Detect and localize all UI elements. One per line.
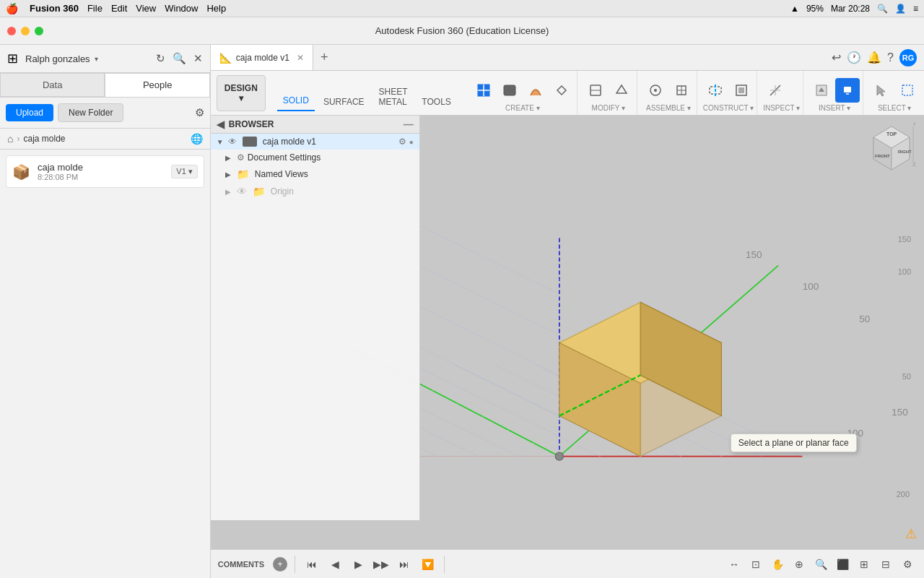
pan-icon[interactable]: ↔ (725, 555, 744, 574)
timeline-start-button[interactable]: ⏮ (302, 555, 321, 574)
battery-label: 95% (806, 4, 824, 14)
inspect-label[interactable]: INSPECT ▾ (763, 104, 800, 115)
create-label[interactable]: CREATE ▾ (471, 104, 574, 115)
origin-eye-icon[interactable]: 👁 (237, 186, 247, 197)
insert-icon-1[interactable] (809, 78, 834, 103)
display-settings-icon[interactable]: ⊟ (876, 555, 895, 574)
refresh-icon[interactable]: ↻ (156, 52, 165, 65)
view-menu[interactable]: View (136, 3, 156, 14)
timeline-filter-button[interactable]: 🔽 (418, 555, 437, 574)
zoom-icon[interactable]: 🔍 (811, 555, 830, 574)
grid-icon[interactable]: ⊞ (7, 51, 18, 66)
timeline-next-button[interactable]: ▶▶ (372, 555, 391, 574)
create-icon-4[interactable] (549, 78, 574, 103)
select-icon-2[interactable] (895, 78, 920, 103)
settings-icon[interactable]: ⚙ (195, 106, 204, 119)
view-cube[interactable]: TOP FRONT RIGHT Y Z (866, 123, 910, 166)
hand-tool-icon[interactable]: ✋ (768, 555, 787, 574)
doc-tab-active[interactable]: 📐 caja molde v1 ✕ (211, 45, 313, 70)
named-views-arrow[interactable]: ▶ (225, 171, 234, 178)
inspect-icon-1[interactable] (763, 78, 788, 103)
clock-label: Mar 20:28 (831, 4, 870, 14)
file-menu[interactable]: File (87, 3, 103, 14)
timeline-prev-button[interactable]: ◀ (326, 555, 344, 574)
apple-logo-icon[interactable]: 🍎 (6, 3, 18, 14)
help-menu[interactable]: Help (206, 3, 226, 14)
tab-people[interactable]: People (105, 73, 209, 97)
file-item[interactable]: 📦 caja molde 8:28:08 PM V1 ▾ (6, 155, 204, 188)
create-icon-3[interactable] (523, 78, 548, 103)
assemble-label[interactable]: ASSEMBLE ▾ (643, 104, 694, 115)
assemble-icon-1[interactable] (643, 78, 668, 103)
doc-tab-close-icon[interactable]: ✕ (297, 53, 304, 63)
user-chevron-icon[interactable]: ▾ (95, 55, 98, 63)
assemble-icon-2[interactable] (669, 78, 694, 103)
modify-icon-2[interactable] (609, 78, 634, 103)
breadcrumb-separator: › (17, 134, 19, 144)
insert-icon-2[interactable] (835, 78, 860, 103)
browser-collapse-icon[interactable]: ◀ (217, 118, 225, 130)
wifi-icon[interactable]: ▲ (790, 4, 799, 14)
home-icon[interactable]: ⌂ (7, 133, 13, 144)
timeline-play-button[interactable]: ▶ (349, 555, 367, 574)
toolbar-tab-surface[interactable]: SURFACE (318, 75, 370, 111)
browser-item-named-views[interactable]: ▶ 📁 Named Views (211, 165, 419, 183)
user-avatar-tab[interactable]: RG (899, 49, 917, 66)
left-panel: ⊞ Ralph gonzales ▾ ↻ 🔍 ✕ Data People Upl… (0, 45, 211, 578)
tab-data[interactable]: Data (0, 73, 105, 97)
window-menu[interactable]: Window (165, 3, 198, 14)
toolbar-tab-solid[interactable]: SOLID (277, 75, 315, 111)
fit-icon[interactable]: ⊡ (746, 555, 765, 574)
modify-icon-1[interactable] (583, 78, 608, 103)
file-version-dropdown[interactable]: V1 ▾ (171, 165, 198, 178)
upload-button[interactable]: Upload (6, 104, 53, 121)
construct-icon-2[interactable] (729, 78, 754, 103)
fullscreen-button[interactable] (35, 27, 43, 35)
root-eye-icon[interactable]: 👁 (228, 137, 240, 147)
edit-menu[interactable]: Edit (111, 3, 127, 14)
select-icon-1[interactable] (869, 78, 894, 103)
root-record-icon[interactable]: ● (409, 138, 414, 146)
construct-icon-1[interactable] (703, 78, 728, 103)
browser-minimize-icon[interactable]: — (404, 118, 414, 130)
tab-back-icon[interactable]: ↩ (832, 51, 841, 64)
design-button[interactable]: DESIGN ▾ (217, 75, 266, 111)
insert-label[interactable]: INSERT ▾ (809, 104, 860, 115)
root-expand-icon[interactable]: ▼ (217, 138, 225, 146)
new-folder-button[interactable]: New Folder (58, 103, 123, 122)
browser-item-doc-settings[interactable]: ▶ ⚙ Document Settings (211, 150, 419, 165)
tab-clock-icon[interactable]: 🕐 (847, 51, 861, 64)
browser-root-item[interactable]: ▼ 👁 caja molde v1 ⚙ ● (211, 134, 419, 150)
root-gear-icon[interactable]: ⚙ (398, 137, 406, 147)
close-button[interactable] (7, 27, 16, 35)
select-label[interactable]: SELECT ▾ (869, 104, 920, 115)
create-icon-2[interactable] (497, 78, 522, 103)
toolbar-tab-tools[interactable]: TOOLS (416, 75, 456, 111)
settings-cog-icon[interactable]: ⚙ (898, 555, 917, 574)
tab-notification-icon[interactable]: 🔔 (867, 51, 881, 64)
user-avatar[interactable]: 👤 (895, 4, 906, 14)
grid-display-icon[interactable]: ⊞ (855, 555, 873, 574)
svg-rect-15 (738, 87, 744, 93)
search-icon[interactable]: 🔍 (877, 4, 888, 14)
create-icon-1[interactable] (471, 78, 496, 103)
minimize-button[interactable] (21, 27, 30, 35)
browser-item-origin[interactable]: ▶ 👁 📁 Origin (211, 183, 419, 200)
viewport[interactable]: 50 100 150 150 100 50 50 200 (211, 116, 924, 549)
new-tab-button[interactable]: + (313, 50, 336, 65)
origin-arrow[interactable]: ▶ (225, 188, 234, 196)
globe-icon[interactable]: 🌐 (191, 133, 203, 144)
doc-settings-arrow[interactable]: ▶ (225, 154, 234, 162)
toolbar-tab-sheet-metal[interactable]: SHEET METAL (373, 75, 414, 111)
add-comment-button[interactable]: + (273, 557, 287, 571)
axis-label-200-bottom: 200 (897, 490, 910, 499)
left-search-icon[interactable]: 🔍 (173, 52, 186, 65)
construct-label[interactable]: CONSTRUCT ▾ (703, 104, 754, 115)
tab-help-icon[interactable]: ? (887, 51, 894, 64)
view-menu-icon[interactable]: ⬛ (833, 555, 852, 574)
left-close-icon[interactable]: ✕ (193, 52, 203, 65)
menu-extras-icon[interactable]: ≡ (913, 4, 918, 14)
timeline-end-button[interactable]: ⏭ (395, 555, 414, 574)
modify-label[interactable]: MODIFY ▾ (583, 104, 634, 115)
orbit-icon[interactable]: ⊕ (790, 555, 808, 574)
